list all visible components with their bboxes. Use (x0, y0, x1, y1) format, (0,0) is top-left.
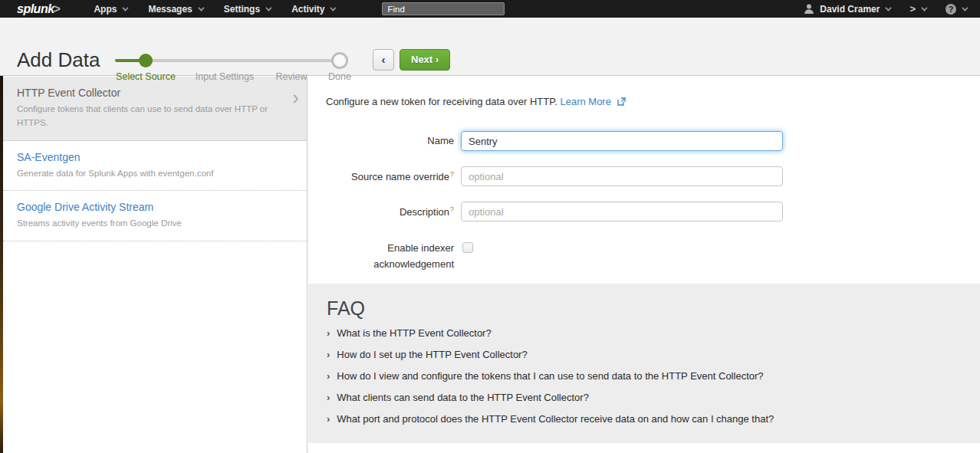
source-item-http-event-collector[interactable]: HTTP Event Collector Configure tokens th… (3, 77, 307, 141)
faq-question: How do I set up the HTTP Event Collector… (337, 349, 527, 360)
topbar-right-menus: David Cramer > ? (804, 3, 966, 15)
chevron-right-icon: › (327, 392, 330, 403)
chevron-down-icon (886, 5, 892, 11)
chevron-right-icon: › (292, 87, 299, 107)
source-list-sidebar: HTTP Event Collector Configure tokens th… (3, 77, 307, 453)
page-title: Add Data (17, 48, 100, 72)
chevron-right-icon: › (327, 327, 330, 339)
faq-item-what-is[interactable]: ›What is the HTTP Event Collector? (327, 327, 980, 339)
help-icon: ? (945, 4, 956, 15)
learn-more-link[interactable]: Learn More (560, 96, 610, 107)
source-item-description: Streams activity events from Google Driv… (17, 217, 276, 231)
source-override-input[interactable] (461, 166, 783, 186)
menu-settings-label: Settings (224, 4, 260, 15)
chevron-down-icon (198, 5, 204, 11)
chevron-down-icon (265, 5, 271, 11)
faq-question: What clients can send data to the HTTP E… (337, 392, 589, 403)
splunk-logo-text: splunk (17, 2, 54, 15)
description-label-text: Description (400, 206, 449, 218)
intro-sentence: Configure a new token for receiving data… (326, 96, 557, 107)
progress-done-circle (331, 52, 348, 69)
token-configuration-panel: Configure a new token for receiving data… (308, 77, 980, 453)
faq-question: How do I view and configure the tokens t… (337, 370, 763, 382)
menu-activity-label: Activity (291, 4, 324, 15)
label-line-1: Enable indexer (387, 242, 454, 254)
name-label: Name (308, 135, 454, 146)
faq-item-what-clients[interactable]: ›What clients can send data to the HTTP … (327, 392, 980, 403)
find-search-input[interactable] (382, 2, 505, 15)
back-button[interactable]: ‹ (373, 49, 394, 71)
source-item-google-drive-activity-stream[interactable]: Google Drive Activity Stream Streams act… (3, 191, 307, 241)
help-tooltip-icon[interactable]: ? (450, 170, 454, 178)
faq-question: What is the HTTP Event Collector? (337, 327, 491, 339)
menu-activity[interactable]: Activity (281, 4, 345, 15)
user-name: David Cramer (820, 4, 880, 15)
menu-apps-label: Apps (94, 4, 117, 15)
source-item-title: SA-Eventgen (17, 151, 276, 163)
splunk-logo-gt: > (54, 2, 61, 15)
step-review: Review (276, 71, 307, 82)
source-override-label-text: Source name override (351, 171, 449, 182)
chevron-down-icon (123, 5, 129, 11)
faq-question: What port and protocol does the HTTP Eve… (337, 413, 774, 425)
progress-current-step-dot (139, 54, 153, 67)
chevron-down-icon (331, 5, 337, 11)
faq-item-port-protocol[interactable]: ›What port and protocol does the HTTP Ev… (327, 413, 980, 425)
source-item-description: Configure tokens that clients can use to… (17, 103, 276, 130)
indexer-acknowledgement-label: Enable indexer acknowledgement (308, 241, 454, 273)
add-data-page: splunk> Apps Messages Settings Activity (0, 0, 980, 453)
step-select-source: Select Source (116, 71, 176, 82)
chevron-right-icon: › (327, 349, 330, 360)
faq-item-how-set-up[interactable]: ›How do I set up the HTTP Event Collecto… (327, 349, 980, 360)
faq-title: FAQ (327, 297, 980, 320)
menu-messages-label: Messages (148, 4, 192, 15)
step-done: Done (328, 71, 351, 82)
intro-text: Configure a new token for receiving data… (326, 96, 626, 107)
menu-settings[interactable]: Settings (213, 4, 281, 15)
enable-indexer-acknowledgement-checkbox[interactable] (462, 242, 473, 253)
label-line-2: acknowledgement (373, 258, 454, 270)
chevron-down-icon (921, 5, 927, 11)
source-item-title: Google Drive Activity Stream (17, 201, 276, 213)
source-override-label: Source name override? (308, 170, 454, 182)
splunk-logo[interactable]: splunk> (17, 2, 60, 16)
faq-item-view-configure-tokens[interactable]: ›How do I view and configure the tokens … (327, 370, 980, 382)
top-navigation-bar: splunk> Apps Messages Settings Activity (0, 0, 980, 18)
menu-messages[interactable]: Messages (137, 4, 212, 15)
source-item-description: Generate data for Splunk Apps with event… (17, 167, 276, 181)
menu-apps[interactable]: Apps (83, 4, 137, 15)
wizard-header: Add Data Select Source Input Settings Re… (0, 18, 980, 76)
console-menu[interactable]: > (909, 3, 926, 15)
external-link-icon (617, 97, 626, 106)
faq-list: ›What is the HTTP Event Collector? ›How … (327, 327, 980, 425)
console-icon: > (909, 3, 916, 15)
faq-section: FAQ ›What is the HTTP Event Collector? ›… (308, 284, 980, 443)
name-input[interactable] (461, 131, 783, 151)
next-button[interactable]: Next › (400, 49, 450, 71)
description-input[interactable] (461, 202, 783, 222)
top-menu: Apps Messages Settings Activity (83, 4, 345, 15)
user-menu[interactable]: David Cramer (804, 4, 890, 15)
chevron-right-icon: › (327, 413, 330, 425)
description-label: Description? (308, 205, 454, 218)
help-menu[interactable]: ? (945, 4, 966, 15)
person-icon (804, 4, 814, 14)
chevron-down-icon (962, 5, 968, 11)
source-item-title: HTTP Event Collector (17, 87, 276, 99)
source-item-sa-eventgen[interactable]: SA-Eventgen Generate data for Splunk App… (3, 141, 307, 192)
step-input-settings: Input Settings (196, 71, 254, 82)
help-tooltip-icon[interactable]: ? (450, 205, 454, 213)
chevron-right-icon: › (327, 370, 330, 382)
